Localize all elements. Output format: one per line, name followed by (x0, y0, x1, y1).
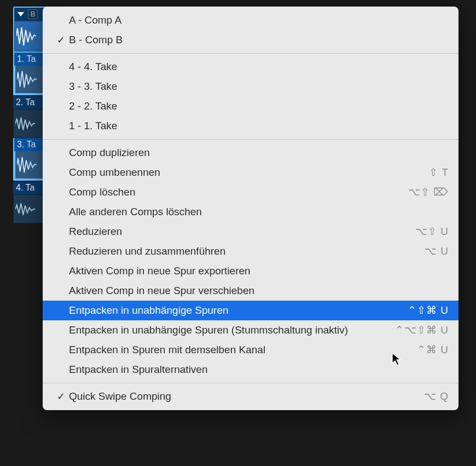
menu-item[interactable]: Reduzieren und zusammenführen⌥ U (43, 241, 458, 261)
menu-item-label: Aktiven Comp in neue Spur exportieren (69, 261, 449, 281)
menu-item[interactable]: 3 - 3. Take (43, 77, 458, 96)
menu-item-label: 4 - 4. Take (69, 57, 449, 77)
menu-item[interactable]: ✓Quick Swipe Comping⌥ Q (43, 387, 458, 406)
menu-item[interactable]: 4 - 4. Take (43, 57, 458, 77)
menu-item-shortcut: ⌥⇧ U (415, 222, 449, 241)
menu-item-shortcut: ⌃⇧⌘ U (408, 301, 449, 320)
menu-item[interactable]: Comp umbenennen⇧ T (43, 163, 458, 182)
menu-item-label: Entpacken in unabhängige Spuren (69, 301, 408, 320)
menu-item-shortcut: ⌥ U (425, 241, 449, 261)
menu-item[interactable]: Entpacken in unabhängige Spuren (Stummsc… (43, 320, 458, 340)
menu-separator (43, 53, 458, 54)
menu-item[interactable]: Reduzieren⌥⇧ U (43, 222, 458, 241)
menu-item-label: Alle anderen Comps löschen (69, 202, 449, 222)
menu-item-shortcut: ⌥ Q (424, 387, 449, 406)
menu-item-label: B - Comp B (69, 30, 449, 50)
menu-item[interactable]: Entpacken in unabhängige Spuren⌃⇧⌘ U (43, 301, 458, 320)
menu-item-label: Entpacken in Spuralternativen (69, 360, 449, 379)
menu-item[interactable]: Aktiven Comp in neue Spur exportieren (43, 261, 458, 281)
menu-item-label: Aktiven Comp in neue Spur verschieben (69, 281, 449, 301)
menu-item[interactable]: ✓B - Comp B (43, 30, 458, 50)
menu-item[interactable]: 2 - 2. Take (43, 96, 458, 116)
comp-selector-button[interactable]: B (28, 9, 38, 19)
menu-item-label: 2 - 2. Take (69, 96, 449, 116)
menu-item-label: Reduzieren (69, 222, 415, 241)
menu-separator (43, 139, 458, 140)
menu-item-label: Entpacken in unabhängige Spuren (Stummsc… (69, 320, 395, 340)
take-lane-label: 2. Ta (16, 97, 34, 107)
menu-item[interactable]: Comp löschen⌥⇧ ⌦ (43, 182, 458, 202)
menu-separator (43, 383, 458, 383)
menu-item-shortcut: ⌥⇧ ⌦ (408, 182, 449, 202)
menu-item-label: Comp löschen (69, 182, 408, 202)
menu-item[interactable]: Entpacken in Spuralternativen (43, 360, 458, 379)
menu-item-label: Entpacken in Spuren mit demselben Kanal (69, 340, 417, 360)
menu-item-label: Quick Swipe Comping (69, 387, 424, 406)
checkmark-icon: ✓ (57, 30, 69, 50)
menu-item-label: 1 - 1. Take (69, 116, 449, 136)
menu-item[interactable]: Entpacken in Spuren mit demselben Kanal⌃… (43, 340, 458, 360)
menu-item-shortcut: ⇧ T (429, 163, 449, 182)
menu-item-label: Reduzieren und zusammenführen (69, 241, 425, 261)
menu-item[interactable]: Aktiven Comp in neue Spur verschieben (43, 281, 458, 301)
menu-item-shortcut: ⌃⌘ U (417, 340, 449, 360)
menu-item-label: Comp umbenennen (69, 163, 429, 182)
take-lane-label: 3. Ta (17, 140, 36, 149)
menu-item[interactable]: 1 - 1. Take (43, 116, 458, 136)
checkmark-icon: ✓ (57, 387, 69, 406)
menu-item-label: 3 - 3. Take (69, 77, 449, 96)
menu-item-shortcut: ⌃⌥⇧⌘ U (395, 320, 449, 340)
disclosure-triangle-icon[interactable] (18, 12, 24, 16)
take-folder-context-menu: A - Comp A✓B - Comp B4 - 4. Take3 - 3. T… (43, 7, 458, 410)
menu-item[interactable]: A - Comp A (43, 10, 458, 30)
take-lane-label: 1. Ta (17, 54, 36, 64)
menu-item-label: Comp duplizieren (69, 143, 449, 163)
menu-item-label: A - Comp A (69, 10, 449, 30)
menu-item[interactable]: Alle anderen Comps löschen (43, 202, 458, 222)
menu-item[interactable]: Comp duplizieren (43, 143, 458, 163)
take-lane-label: 4. Ta (16, 183, 34, 192)
